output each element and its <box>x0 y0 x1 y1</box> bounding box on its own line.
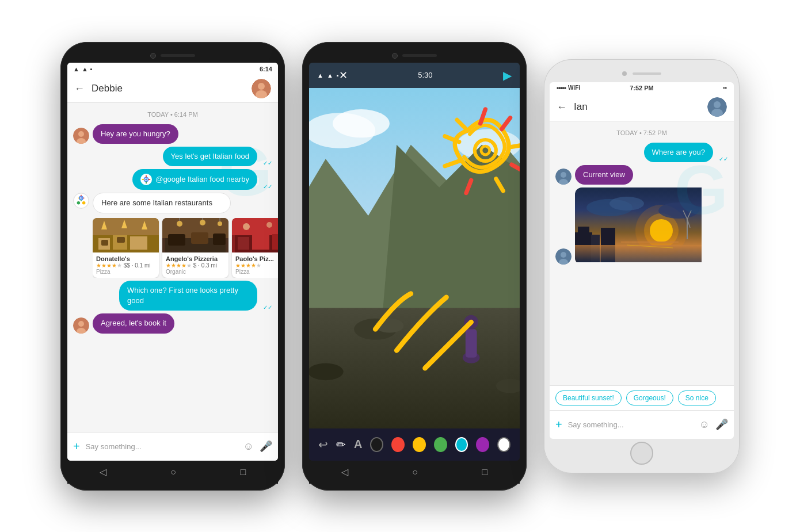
reply-chip-1[interactable]: Beautiful sunset! <box>555 391 622 405</box>
msg-row-ios-1: Where are you? ✓✓ <box>555 143 728 162</box>
msg-row-2: Yes let's get Italian food ✓✓ <box>73 147 272 166</box>
rest-name-2: Angelo's Pizzeria <box>166 255 225 262</box>
restaurant-image-2 <box>162 218 228 252</box>
bubble-sent-2: Which one? First one looks pretty good <box>119 281 257 311</box>
chat-input-ios: + Say something... ☺ 🎤 <box>550 410 734 439</box>
color-yellow[interactable] <box>413 437 426 452</box>
back-button-1[interactable]: ← <box>74 83 85 95</box>
emoji-button-1[interactable]: ☺ <box>243 441 254 453</box>
mic-button-ios[interactable]: 🎤 <box>715 418 728 431</box>
contact-avatar-1 <box>252 79 271 98</box>
add-button-1[interactable]: + <box>73 440 80 453</box>
recents-nav-2[interactable]: □ <box>482 467 488 477</box>
reply-chip-3[interactable]: So nice <box>678 391 716 405</box>
slash-drawing <box>375 293 471 368</box>
svg-point-53 <box>78 321 84 327</box>
bubble-received-2: Agreed, let's book it <box>93 313 174 333</box>
color-green[interactable] <box>434 437 447 452</box>
text-button[interactable]: A <box>354 438 362 451</box>
mic-button-1[interactable]: 🎤 <box>260 440 272 453</box>
svg-rect-35 <box>168 234 185 246</box>
battery-icon: ▪ <box>90 66 93 72</box>
color-white[interactable] <box>497 437 511 452</box>
svg-point-50 <box>243 223 250 230</box>
rest-cat-1: Pizza <box>96 269 155 275</box>
svg-point-95 <box>658 202 699 219</box>
sunset-photo <box>575 187 702 262</box>
signal-dots: ••••• <box>557 84 566 92</box>
svg-line-75 <box>512 164 520 171</box>
restaurant-cards: Donatello's ★★★★★ $$ · 0.1 mi Pizza <box>93 218 278 278</box>
check-ios-1: ✓✓ <box>719 156 728 162</box>
undo-button[interactable]: ↩ <box>318 438 328 451</box>
svg-line-74 <box>512 144 520 147</box>
rest-stars-2: ★★★★★ $ · 0.3 mi <box>166 262 225 269</box>
phone1-notch <box>67 49 278 63</box>
phone3-notch <box>550 65 734 82</box>
svg-point-70 <box>481 146 490 155</box>
restaurant-card-2[interactable]: Angelo's Pizzeria ★★★★★ $ · 0.3 mi Organ… <box>162 218 228 278</box>
svg-point-1 <box>258 83 265 90</box>
restaurant-card-1[interactable]: Donatello's ★★★★★ $$ · 0.1 mi Pizza <box>93 218 159 278</box>
speaker-bar <box>161 54 195 57</box>
chat-body-ios: G TODAY • 7:52 PM Where are you? ✓✓ Curr… <box>550 121 734 385</box>
phone2-android: ▲ ▲ ▪ ✕ 5:30 ▶ <box>302 42 527 491</box>
msg-text-4: Which one? First one looks pretty good <box>127 286 238 305</box>
svg-point-20 <box>77 201 81 205</box>
google-assistant-icon <box>73 193 89 209</box>
restaurant-info-1: Donatello's ★★★★★ $$ · 0.1 mi Pizza <box>93 252 159 278</box>
time-label: 6:14 <box>260 66 272 72</box>
msg-row-4: Which one? First one looks pretty good ✓… <box>73 281 272 311</box>
contact-name-1: Debbie <box>92 83 245 94</box>
rest-stars-1: ★★★★★ $$ · 0.1 mi <box>96 262 155 269</box>
emoji-button-ios[interactable]: ☺ <box>699 419 710 431</box>
color-cyan[interactable] <box>455 437 468 452</box>
draw-toolbar: ↩ ✏ A <box>309 428 520 461</box>
recents-nav-1[interactable]: □ <box>241 467 246 477</box>
svg-point-84 <box>561 172 566 178</box>
back-button-ios[interactable]: ← <box>557 101 567 113</box>
color-red[interactable] <box>391 437 405 452</box>
phone2-notch <box>309 49 520 63</box>
google-reply-text: Here are some Italian restaurants <box>101 198 212 207</box>
draw-canvas[interactable] <box>309 88 520 428</box>
color-purple[interactable] <box>476 437 489 452</box>
battery-ios: ▪▪ <box>723 85 727 91</box>
battery-area-ios: ▪▪ <box>723 85 727 91</box>
home-button-ios[interactable] <box>630 442 653 465</box>
camera-ios <box>622 71 627 76</box>
nav-bar-2: ◁ ○ □ <box>309 461 520 484</box>
back-nav-2[interactable]: ◁ <box>341 466 348 477</box>
svg-point-21 <box>82 201 86 205</box>
reply-chip-2[interactable]: Gorgeous! <box>626 391 673 405</box>
send-button[interactable]: ▶ <box>503 68 512 82</box>
svg-rect-27 <box>101 240 108 246</box>
signal-2: ▲ <box>327 72 333 79</box>
wifi-2: ▲ <box>317 72 323 79</box>
check-2: ✓✓ <box>263 183 272 190</box>
color-black[interactable] <box>370 437 383 452</box>
restaurant-card-3[interactable]: Paolo's Piz... ★★★★★ Pizza <box>232 218 278 278</box>
svg-line-72 <box>457 120 468 131</box>
phone1-android: ▲ ▲ ▪ 6:14 ← Debbie G TODAY • 6:14 PM <box>60 42 285 491</box>
status-bar-1: ▲ ▲ ▪ 6:14 <box>67 63 278 75</box>
phone3-screen: ••••• WiFi 7:52 PM ▪▪ ← Ian G TODAY • <box>550 82 734 439</box>
input-field-ios[interactable]: Say something... <box>568 420 694 429</box>
status-bar-2: ▲ ▲ ▪ <box>317 72 339 79</box>
brush-button[interactable]: ✏ <box>336 438 346 451</box>
svg-line-77 <box>466 180 471 193</box>
back-nav-1[interactable]: ◁ <box>100 466 106 477</box>
svg-rect-47 <box>238 237 249 250</box>
home-nav-2[interactable]: ○ <box>412 467 418 477</box>
svg-rect-100 <box>575 245 702 262</box>
add-button-ios[interactable]: + <box>555 418 562 431</box>
input-field-1[interactable]: Say something... <box>86 442 238 451</box>
close-button[interactable]: ✕ <box>339 69 348 82</box>
svg-rect-28 <box>117 237 125 243</box>
svg-point-94 <box>609 197 644 210</box>
svg-point-69 <box>475 140 496 161</box>
svg-line-78 <box>445 161 459 166</box>
photo-message[interactable] <box>575 187 713 265</box>
home-nav-1[interactable]: ○ <box>170 467 176 477</box>
timestamp-ios: TODAY • 7:52 PM <box>555 129 728 136</box>
